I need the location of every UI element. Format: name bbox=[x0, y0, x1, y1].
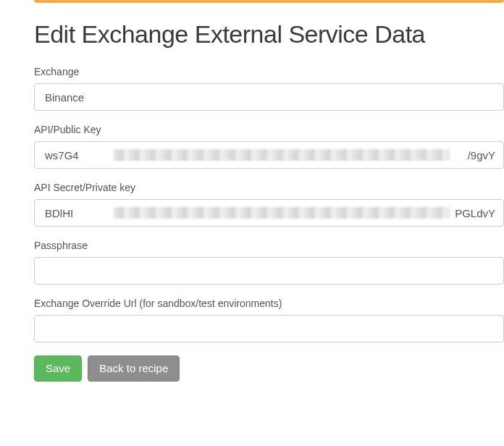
exchange-select[interactable]: Binance bbox=[34, 83, 504, 111]
passphrase-input[interactable] bbox=[34, 257, 504, 285]
field-private-key: API Secret/Private key PGLdvY bbox=[34, 182, 504, 227]
button-row: Save Back to recipe bbox=[34, 355, 504, 382]
page-container: Edit Exchange External Service Data Exch… bbox=[0, 3, 504, 382]
label-public-key: API/Public Key bbox=[34, 124, 504, 135]
override-url-input[interactable] bbox=[34, 315, 504, 342]
field-public-key: API/Public Key /9gvY bbox=[34, 124, 504, 169]
private-key-wrapper: PGLdvY bbox=[34, 199, 504, 227]
public-key-wrapper: /9gvY bbox=[34, 141, 504, 169]
label-exchange: Exchange bbox=[34, 66, 504, 77]
label-override-url: Exchange Override Url (for sandbox/test … bbox=[34, 298, 504, 309]
private-key-input[interactable] bbox=[34, 199, 504, 227]
field-passphrase: Passphrase bbox=[34, 240, 504, 285]
public-key-input[interactable] bbox=[34, 141, 504, 169]
save-button[interactable]: Save bbox=[34, 355, 82, 382]
label-private-key: API Secret/Private key bbox=[34, 182, 504, 193]
label-passphrase: Passphrase bbox=[34, 240, 504, 251]
back-button[interactable]: Back to recipe bbox=[88, 355, 180, 382]
field-override-url: Exchange Override Url (for sandbox/test … bbox=[34, 298, 504, 342]
field-exchange: Exchange Binance bbox=[34, 66, 504, 111]
page-title: Edit Exchange External Service Data bbox=[34, 20, 504, 49]
